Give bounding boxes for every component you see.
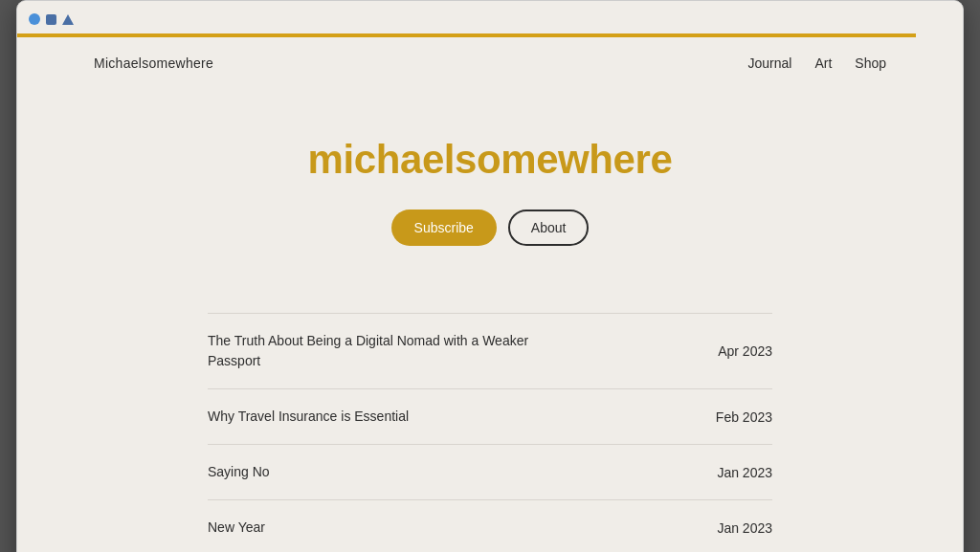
nav-item-journal[interactable]: Journal: [747, 55, 791, 72]
traffic-lights: [29, 13, 74, 25]
nav-link-art[interactable]: Art: [814, 55, 832, 71]
nav-item-art[interactable]: Art: [814, 55, 832, 72]
browser-window: Michaelsomewhere Journal Art Shop michae…: [16, 0, 964, 552]
article-item[interactable]: New Year Jan 2023: [208, 500, 772, 552]
article-item[interactable]: The Truth About Being a Digital Nomad wi…: [208, 313, 772, 389]
article-item[interactable]: Why Travel Insurance is Essential Feb 20…: [208, 389, 772, 445]
maximize-button[interactable]: [62, 14, 74, 25]
article-title: Saying No: [208, 462, 270, 482]
nav-links: Journal Art Shop: [747, 55, 886, 72]
article-item[interactable]: Saying No Jan 2023: [208, 445, 772, 500]
article-title: New Year: [208, 518, 265, 538]
minimize-button[interactable]: [46, 14, 56, 25]
close-button[interactable]: [29, 13, 40, 25]
site-nav: Michaelsomewhere Journal Art Shop: [17, 37, 963, 89]
browser-content: Michaelsomewhere Journal Art Shop michae…: [17, 37, 963, 552]
article-title: The Truth About Being a Digital Nomad wi…: [208, 331, 571, 371]
hero-section: michaelsomewhere Subscribe About: [17, 89, 963, 284]
site-title: michaelsomewhere: [36, 137, 944, 183]
progress-bar: [17, 33, 916, 37]
article-date: Jan 2023: [717, 520, 772, 536]
article-title: Why Travel Insurance is Essential: [208, 407, 409, 427]
article-date: Jan 2023: [717, 465, 772, 480]
site-logo[interactable]: Michaelsomewhere: [94, 55, 213, 71]
nav-link-journal[interactable]: Journal: [747, 55, 791, 71]
nav-item-shop[interactable]: Shop: [855, 55, 886, 72]
subscribe-button[interactable]: Subscribe: [391, 210, 497, 246]
browser-titlebar: [17, 1, 963, 37]
nav-link-shop[interactable]: Shop: [855, 55, 886, 71]
article-date: Feb 2023: [716, 409, 772, 425]
article-date: Apr 2023: [718, 343, 772, 359]
hero-buttons: Subscribe About: [36, 210, 944, 246]
about-button[interactable]: About: [508, 210, 590, 246]
articles-section: The Truth About Being a Digital Nomad wi…: [131, 284, 849, 552]
progress-bar-container: [17, 33, 963, 37]
